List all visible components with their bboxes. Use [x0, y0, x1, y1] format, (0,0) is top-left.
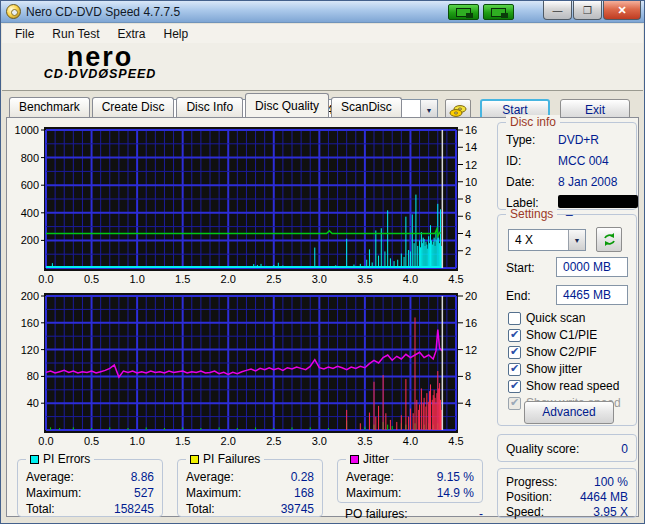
svg-text:0.0: 0.0 [38, 273, 53, 285]
menu-file[interactable]: File [6, 25, 43, 43]
capture-save-button[interactable] [483, 4, 514, 20]
pi-errors-title: PI Errors [43, 452, 90, 466]
checkbox-label: Show C2/PIF [526, 345, 597, 359]
checkbox-label: Show jitter [526, 362, 582, 376]
svg-text:160: 160 [21, 317, 39, 329]
svg-text:0.5: 0.5 [84, 273, 99, 285]
jitter-title: Jitter [363, 452, 389, 466]
jitter-legend-swatch [350, 455, 359, 464]
show-c2-pif-checkbox[interactable]: Show C2/PIF [508, 345, 597, 359]
pi-failures-stats-box: PI Failures Average:0.28 Maximum:168 Tot… [177, 459, 323, 517]
quality-score-value: 0 [621, 442, 628, 456]
pi-errors-legend-swatch [30, 455, 39, 464]
menubar: File Run Test Extra Help [2, 24, 643, 43]
maximize-button[interactable]: ❐ [573, 1, 602, 20]
speed-select[interactable]: 4 X ▼ [508, 229, 586, 251]
menu-extra[interactable]: Extra [108, 25, 154, 43]
close-button[interactable]: ✕ [603, 1, 641, 20]
stat-label: Average: [26, 470, 74, 484]
checkbox-icon [508, 397, 521, 410]
svg-text:2: 2 [465, 245, 471, 257]
show-jitter-checkbox[interactable]: Show jitter [508, 362, 582, 376]
po-failures-label: PO failures: [345, 507, 408, 521]
svg-text:40: 40 [27, 397, 39, 409]
po-failures-value: - [479, 507, 483, 521]
quality-score-label: Quality score: [506, 442, 579, 456]
disc-quality-panel: 20040060080010002468101214160.00.51.01.5… [6, 117, 639, 517]
date-value: 8 Jan 2008 [558, 175, 617, 189]
checkbox-icon [508, 380, 521, 393]
stat-value: 39745 [281, 502, 314, 516]
window-controls: — ❐ ✕ [542, 1, 641, 20]
stat-value: 168 [294, 486, 314, 500]
svg-text:3.0: 3.0 [312, 273, 327, 285]
disk-glyph-icon [491, 8, 506, 17]
quick-scan-checkbox[interactable]: Quick scan [508, 311, 585, 325]
minimize-button[interactable]: — [543, 1, 572, 20]
svg-text:200: 200 [21, 234, 39, 246]
svg-text:3.5: 3.5 [357, 435, 372, 447]
quality-score-box: Quality score:0 [497, 434, 637, 462]
tab-create-disc[interactable]: Create Disc [92, 97, 175, 117]
show-read-speed-checkbox[interactable]: Show read speed [508, 379, 619, 393]
tab-benchmark[interactable]: Benchmark [9, 97, 90, 117]
svg-text:80: 80 [27, 370, 39, 382]
stat-label: Maximum: [26, 486, 81, 500]
svg-text:400: 400 [21, 207, 39, 219]
speed-select-value: 4 X [509, 230, 568, 250]
menu-help[interactable]: Help [155, 25, 198, 43]
toolbar: nero CD·DVDØSPEED [0:1] ATAPI DVD A DH20… [2, 43, 643, 91]
settings-box: Settings 4 X ▼ Start: 0000 MB End: 4465 … [497, 214, 637, 426]
svg-text:0.5: 0.5 [84, 435, 99, 447]
advanced-button[interactable]: Advanced [524, 401, 614, 424]
chevron-down-icon[interactable]: ▼ [568, 230, 585, 250]
position-value: 4464 MB [580, 490, 628, 504]
disc-info-box: Disc info Type:DVD+R ID:MCC 004 Date:8 J… [497, 122, 637, 210]
stat-label: Maximum: [186, 486, 241, 500]
svg-text:800: 800 [21, 152, 39, 164]
tab-disc-quality[interactable]: Disc Quality [245, 93, 329, 117]
svg-text:600: 600 [21, 179, 39, 191]
stat-label: Average: [186, 470, 234, 484]
svg-text:1.5: 1.5 [175, 435, 190, 447]
progress-box: Progress:100 % Position:4464 MB Speed:3.… [497, 468, 637, 518]
svg-text:4.5: 4.5 [448, 273, 463, 285]
pi-failures-jitter-chart: 4080120160200481216200.00.51.01.52.02.53… [10, 290, 484, 448]
stat-value: 8.86 [131, 470, 154, 484]
pi-failures-legend-swatch [190, 455, 199, 464]
svg-text:8: 8 [465, 193, 471, 205]
stat-value: 527 [134, 486, 154, 500]
app-window: Nero CD-DVD Speed 4.7.7.5 — ❐ ✕ File Run… [0, 0, 645, 524]
svg-text:16: 16 [465, 317, 477, 329]
label-value-redacted [558, 195, 638, 208]
end-input[interactable]: 4465 MB [556, 285, 628, 305]
svg-text:1.0: 1.0 [129, 273, 144, 285]
stat-value: 0.28 [291, 470, 314, 484]
refresh-button[interactable] [596, 227, 622, 252]
menu-run-test[interactable]: Run Test [43, 25, 108, 43]
start-input[interactable]: 0000 MB [556, 257, 628, 277]
window-glyph-icon [456, 8, 471, 17]
type-value: DVD+R [558, 133, 599, 147]
disc-info-title: Disc info [506, 115, 560, 129]
checkbox-icon [508, 346, 521, 359]
svg-text:12: 12 [465, 159, 477, 171]
pi-errors-stats-box: PI Errors Average:8.86 Maximum:527 Total… [17, 459, 163, 517]
tab-scandisc[interactable]: ScanDisc [331, 97, 402, 117]
svg-text:2.5: 2.5 [266, 273, 281, 285]
svg-text:6: 6 [465, 210, 471, 222]
capture-window-button[interactable] [448, 4, 479, 20]
checkbox-label: Show read speed [526, 379, 619, 393]
svg-text:2.0: 2.0 [221, 273, 236, 285]
svg-text:4.5: 4.5 [448, 435, 463, 447]
svg-text:2.5: 2.5 [266, 435, 281, 447]
svg-text:1.5: 1.5 [175, 273, 190, 285]
svg-text:1.0: 1.0 [129, 435, 144, 447]
start-label: Start: [506, 261, 535, 275]
svg-text:10: 10 [465, 176, 477, 188]
position-label: Position: [506, 490, 552, 504]
nero-logo-text: nero [20, 45, 180, 69]
tab-disc-info[interactable]: Disc Info [176, 97, 243, 117]
stat-label: Total: [26, 502, 55, 516]
show-c1-pie-checkbox[interactable]: Show C1/PIE [508, 328, 597, 342]
